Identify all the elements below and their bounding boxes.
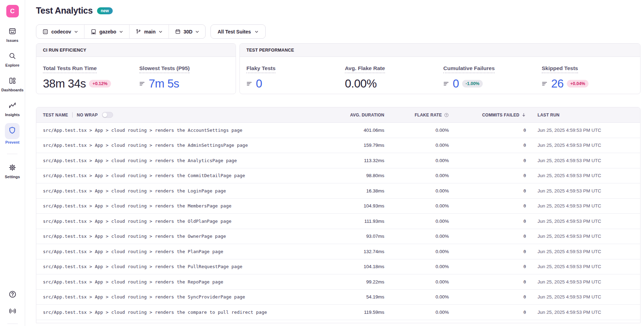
test-name-cell: src/App.test.tsx > App > cloud routing >… <box>36 294 342 300</box>
avg-duration-cell: 132.74ms <box>342 249 384 254</box>
table-row[interactable]: src/App.test.tsx > App > cloud routing >… <box>36 199 640 214</box>
chevron-down-icon <box>254 30 259 34</box>
test-name-cell: src/App.test.tsx > App > cloud routing >… <box>36 249 342 254</box>
sidebar-item-label: Dashboards <box>1 88 24 92</box>
table-row[interactable]: src/App.test.tsx > App > cloud routing >… <box>36 244 640 259</box>
chevron-down-icon <box>74 30 78 34</box>
dashboards-icon <box>8 77 16 86</box>
filter-group: codecov gazebo <box>36 24 206 39</box>
table-row[interactable]: src/App.test.tsx > App > cloud routing >… <box>36 229 640 244</box>
help-icon[interactable] <box>8 290 17 300</box>
commits-failed-cell: 0 <box>449 203 526 209</box>
trend-badge: -1.00% <box>462 80 483 88</box>
metric-slowest-tests: Slowest Tests (P95) 7m 5s <box>139 65 236 90</box>
no-wrap-toggle[interactable] <box>102 112 113 118</box>
flake-rate-cell: 0.00% <box>384 173 449 178</box>
calendar-icon <box>175 29 181 35</box>
filter-lines-icon[interactable] <box>246 81 253 87</box>
trend-badge: +0.04% <box>567 80 589 88</box>
sidebar-item-issues[interactable]: Issues <box>6 27 18 43</box>
avg-duration-cell: 159.79ms <box>342 143 384 148</box>
git-branch-icon <box>135 29 141 35</box>
sidebar-item-settings[interactable]: Settings <box>5 164 20 179</box>
last-run-cell: Jun 25, 2025 4:59:53 PM UTC <box>526 264 640 269</box>
table-row[interactable]: src/App.test.tsx > App > cloud routing >… <box>36 214 640 229</box>
org-filter-dropdown[interactable]: codecov <box>36 25 84 38</box>
sidebar-divider <box>7 154 17 154</box>
sidebar-item-explore[interactable]: Explore <box>5 52 19 67</box>
last-run-cell: Jun 25, 2025 4:59:53 PM UTC <box>526 249 640 254</box>
commits-failed-cell: 0 <box>449 128 526 133</box>
codecov-logo[interactable]: C <box>6 5 19 17</box>
metric-value[interactable]: 0 <box>453 77 459 90</box>
metric-value: 0.00% <box>345 77 377 90</box>
sidebar-item-insights[interactable]: Insights <box>5 101 20 117</box>
sidebar-bottom <box>7 290 18 326</box>
test-name-cell: src/App.test.tsx > App > cloud routing >… <box>36 219 342 224</box>
table-row[interactable]: src/App.test.tsx > App > cloud routing >… <box>36 138 640 153</box>
branch-filter-value: main <box>144 29 156 35</box>
table-row[interactable]: src/App.test.tsx > App > cloud routing >… <box>36 290 640 305</box>
metric-value[interactable]: 7m 5s <box>149 77 179 90</box>
table-row[interactable]: src/App.test.tsx > App > cloud routing >… <box>36 274 640 290</box>
search-icon <box>8 52 16 61</box>
avg-duration-header[interactable]: AVG. DURATION <box>350 113 384 117</box>
table-row[interactable]: src/App.test.tsx > App > cloud routing >… <box>36 153 640 168</box>
avg-duration-cell: 98.80ms <box>342 173 384 178</box>
metric-label[interactable]: Skipped Tests <box>542 65 578 73</box>
repo-icon <box>90 29 97 35</box>
test-name-header[interactable]: TEST NAME <box>43 113 68 117</box>
flake-rate-cell: 0.00% <box>384 294 449 300</box>
page-title: Test Analytics <box>36 6 93 16</box>
commits-failed-cell: 0 <box>449 249 526 254</box>
flake-rate-cell: 0.00% <box>384 249 449 254</box>
sidebar-item-dashboards[interactable]: Dashboards <box>1 77 24 92</box>
sort-desc-arrow-icon[interactable] <box>521 113 526 117</box>
test-name-cell: src/App.test.tsx > App > cloud routing >… <box>36 173 342 178</box>
avg-duration-cell: 111.93ms <box>342 219 384 224</box>
info-icon[interactable] <box>444 113 449 117</box>
last-run-cell: Jun 25, 2025 4:59:53 PM UTC <box>526 219 640 224</box>
ci-run-efficiency-panel: CI RUN EFFICIENCY Total Tests Run Time 3… <box>36 43 236 94</box>
last-run-cell: Jun 25, 2025 4:59:53 PM UTC <box>526 203 640 209</box>
test-suites-dropdown[interactable]: All Test Suites <box>210 24 265 39</box>
repo-filter-dropdown[interactable]: gazebo <box>84 25 129 38</box>
sidebar-item-label: Explore <box>5 63 19 67</box>
metric-label[interactable]: Total Tests Run Time <box>43 65 97 73</box>
commits-failed-cell: 0 <box>449 234 526 239</box>
metric-label[interactable]: Slowest Tests (P95) <box>139 65 190 73</box>
metric-value[interactable]: 26 <box>551 77 564 90</box>
flake-rate-header[interactable]: FLAKE RATE <box>415 113 442 117</box>
tests-table: TEST NAME NO WRAP AVG. DURATION FLAKE RA… <box>36 107 641 323</box>
commits-failed-header[interactable]: COMMITS FAILED <box>482 113 519 117</box>
metric-skipped-tests: Skipped Tests 26 +0.04% <box>542 65 640 90</box>
table-row[interactable]: src/App.test.tsx > App > cloud routing >… <box>36 259 640 275</box>
metric-label[interactable]: Avg. Flake Rate <box>345 65 385 73</box>
test-name-cell: src/App.test.tsx > App > cloud routing >… <box>36 188 342 194</box>
last-run-header[interactable]: LAST RUN <box>538 113 560 117</box>
table-header: TEST NAME NO WRAP AVG. DURATION FLAKE RA… <box>36 107 640 123</box>
header-divider <box>72 112 73 117</box>
metric-label[interactable]: Flaky Tests <box>246 65 275 73</box>
test-suites-value: All Test Suites <box>217 29 251 35</box>
commits-failed-cell: 0 <box>449 173 526 178</box>
table-row[interactable]: src/App.test.tsx > App > cloud routing >… <box>36 305 640 320</box>
flake-rate-cell: 0.00% <box>384 203 449 209</box>
metric-label[interactable]: Cumulative Failures <box>443 65 495 73</box>
sidebar-item-prevent[interactable]: Prevent <box>5 126 19 144</box>
filter-lines-icon[interactable] <box>542 81 548 87</box>
metric-value[interactable]: 0 <box>256 77 262 90</box>
sidebar-nav: Issues Explore <box>1 27 24 179</box>
table-row[interactable]: src/App.test.tsx > App > cloud routing >… <box>36 123 640 138</box>
issues-icon <box>8 27 16 37</box>
filter-lines-icon[interactable] <box>139 81 146 87</box>
table-row[interactable]: src/App.test.tsx > App > cloud routing >… <box>36 183 640 199</box>
table-row[interactable]: src/App.test.tsx > App > cloud routing >… <box>36 168 640 184</box>
broadcast-icon[interactable] <box>8 307 17 317</box>
date-range-dropdown[interactable]: 30D <box>169 25 206 38</box>
table-body: src/App.test.tsx > App > cloud routing >… <box>36 123 640 320</box>
repo-filter-value: gazebo <box>99 29 116 35</box>
branch-filter-dropdown[interactable]: main <box>129 25 169 38</box>
filter-lines-icon[interactable] <box>443 81 450 87</box>
org-filter-value: codecov <box>51 29 71 35</box>
